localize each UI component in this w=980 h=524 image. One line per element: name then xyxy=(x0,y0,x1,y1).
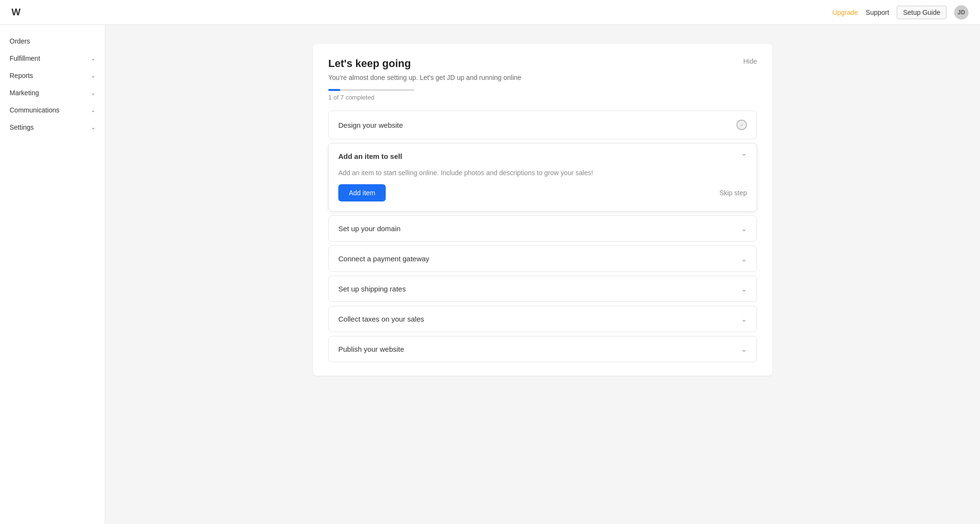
sidebar-item-reports[interactable]: Reports ⌄ xyxy=(0,67,105,84)
sidebar-item-communications[interactable]: Communications ⌄ xyxy=(0,101,105,119)
support-link[interactable]: Support xyxy=(866,9,889,16)
upgrade-link[interactable]: Upgrade xyxy=(832,9,858,16)
chevron-down-icon: ⌄ xyxy=(741,315,747,323)
step-check-done-icon: ✓ xyxy=(736,120,747,130)
chevron-down-icon: ⌄ xyxy=(741,285,747,293)
step-add-item-body: Add an item to start selling online. Inc… xyxy=(329,169,757,211)
setup-subtitle: You're almost done setting up. Let's get… xyxy=(328,74,757,81)
top-nav-right: Upgrade Support Setup Guide JD xyxy=(832,5,969,20)
setup-title: Let's keep going xyxy=(328,57,411,70)
chevron-down-icon: ⌄ xyxy=(91,107,95,113)
chevron-down-icon: ⌄ xyxy=(741,346,747,353)
add-item-button[interactable]: Add item xyxy=(338,184,386,201)
chevron-down-icon: ⌄ xyxy=(91,73,95,79)
step-publish: Publish your website ⌄ xyxy=(328,336,757,362)
hide-button[interactable]: Hide xyxy=(743,57,757,65)
step-add-item: Add an item to sell ⌃ Add an item to sta… xyxy=(328,143,757,212)
setup-guide-button[interactable]: Setup Guide xyxy=(897,6,947,19)
step-design-website: Design your website ✓ xyxy=(328,111,757,139)
setup-card: Let's keep going Hide You're almost done… xyxy=(313,44,772,376)
progress-bar-fill xyxy=(328,89,340,91)
logo: W xyxy=(11,7,21,18)
step-domain-title: Set up your domain xyxy=(338,224,401,233)
step-shipping-header[interactable]: Set up shipping rates ⌄ xyxy=(329,276,757,301)
step-design-website-title: Design your website xyxy=(338,121,403,129)
step-taxes-header[interactable]: Collect taxes on your sales ⌄ xyxy=(329,306,757,332)
chevron-down-icon: ⌄ xyxy=(91,56,95,62)
step-add-item-header[interactable]: Add an item to sell ⌃ xyxy=(329,144,757,169)
steps-list: Design your website ✓ Add an item to sel… xyxy=(328,111,757,362)
avatar[interactable]: JD xyxy=(954,5,969,20)
progress-container: 1 of 7 completed xyxy=(328,89,757,101)
progress-text: 1 of 7 completed xyxy=(328,94,757,101)
main-layout: Orders Fulfillment ⌄ Reports ⌄ Marketing… xyxy=(0,25,980,524)
skip-step-link[interactable]: Skip step xyxy=(719,189,747,197)
step-payment-header[interactable]: Connect a payment gateway ⌄ xyxy=(329,246,757,271)
main-content: Let's keep going Hide You're almost done… xyxy=(105,25,980,524)
chevron-down-icon: ⌄ xyxy=(91,124,95,131)
progress-bar-background xyxy=(328,89,414,91)
sidebar-item-fulfillment[interactable]: Fulfillment ⌄ xyxy=(0,50,105,67)
chevron-up-icon: ⌃ xyxy=(741,153,747,160)
step-add-item-actions: Add item Skip step xyxy=(338,184,747,201)
chevron-down-icon: ⌄ xyxy=(741,225,747,233)
setup-header: Let's keep going Hide xyxy=(328,57,757,70)
step-payment: Connect a payment gateway ⌄ xyxy=(328,245,757,272)
step-taxes: Collect taxes on your sales ⌄ xyxy=(328,306,757,332)
sidebar: Orders Fulfillment ⌄ Reports ⌄ Marketing… xyxy=(0,25,105,524)
sidebar-item-marketing[interactable]: Marketing ⌄ xyxy=(0,84,105,101)
step-publish-header[interactable]: Publish your website ⌄ xyxy=(329,336,757,362)
step-taxes-title: Collect taxes on your sales xyxy=(338,315,424,323)
step-add-item-title: Add an item to sell xyxy=(338,152,402,160)
sidebar-item-orders[interactable]: Orders xyxy=(0,33,105,50)
step-add-item-description: Add an item to start selling online. Inc… xyxy=(338,169,747,177)
top-nav: W Upgrade Support Setup Guide JD xyxy=(0,0,980,25)
step-publish-title: Publish your website xyxy=(338,345,404,353)
step-payment-title: Connect a payment gateway xyxy=(338,255,429,263)
chevron-down-icon: ⌄ xyxy=(741,255,747,263)
step-domain-header[interactable]: Set up your domain ⌄ xyxy=(329,216,757,241)
step-shipping-title: Set up shipping rates xyxy=(338,285,406,293)
step-design-website-header[interactable]: Design your website ✓ xyxy=(329,111,757,139)
step-shipping: Set up shipping rates ⌄ xyxy=(328,276,757,302)
chevron-down-icon: ⌄ xyxy=(91,90,95,96)
step-domain: Set up your domain ⌄ xyxy=(328,215,757,242)
sidebar-item-settings[interactable]: Settings ⌄ xyxy=(0,119,105,136)
